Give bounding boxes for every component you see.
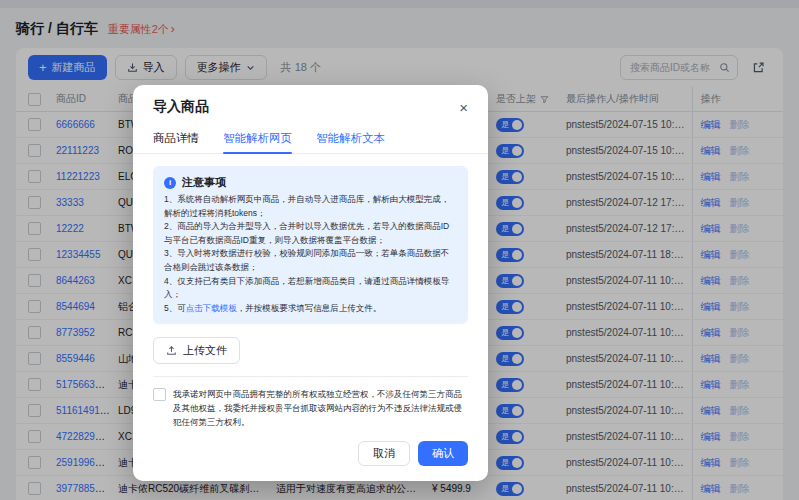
modal-divider	[153, 376, 468, 377]
tab-smart-parse-webpage[interactable]: 智能解析网页	[223, 125, 292, 153]
modal-footer: 取消 确认	[153, 441, 468, 466]
screen: 骑行 / 自行车 重要属性2个 › + 新建商品 导入 更多操作	[0, 0, 799, 500]
modal-title: 导入商品	[153, 98, 209, 116]
upload-file-button[interactable]: 上传文件	[153, 337, 240, 364]
notice-item: 2、商品的导入为合并型导入，合并时以导入数据优先，若导入的数据商品ID与平台已有…	[164, 220, 457, 247]
agreement-checkbox[interactable]	[153, 388, 166, 401]
agreement-row: 我承诺对网页中商品拥有完整的所有权或独立经营权，不涉及任何第三方商品及其他权益，…	[153, 387, 468, 429]
notice-item-5-suffix: ，并按模板要求填写信息后上传文件。	[237, 303, 382, 313]
notice-panel: i 注意事项 1、系统将自动解析网页中商品，并自动导入进商品库，解析由大模型完成…	[153, 166, 468, 324]
notice-item: 1、系统将自动解析网页中商品，并自动导入进商品库，解析由大模型完成，解析的过程将…	[164, 193, 457, 220]
notice-title: 注意事项	[182, 175, 226, 190]
notice-item-5-prefix: 5、可	[164, 303, 186, 313]
notice-item: 4、仅支持已有类目下添加商品，若想新增商品类目，请通过商品详情模板导入；	[164, 275, 457, 302]
download-template-link[interactable]: 点击下载模板	[186, 303, 237, 313]
notice-item-5: 5、可点击下载模板，并按模板要求填写信息后上传文件。	[164, 302, 457, 316]
info-icon: i	[164, 177, 176, 189]
modal-tabs: 商品详情 智能解析网页 智能解析文本	[133, 125, 488, 154]
notice-item: 3、导入时将对数据进行校验，校验规则同添加商品一致；若单条商品数据不合格则会跳过…	[164, 247, 457, 274]
upload-icon	[166, 345, 177, 356]
import-product-modal: 导入商品 × 商品详情 智能解析网页 智能解析文本 i 注意事项 1、系统将自动…	[133, 85, 488, 481]
cancel-button[interactable]: 取消	[358, 441, 410, 466]
confirm-button[interactable]: 确认	[418, 441, 468, 466]
close-icon[interactable]: ×	[459, 100, 468, 115]
tab-smart-parse-text[interactable]: 智能解析文本	[316, 125, 385, 153]
upload-label: 上传文件	[183, 343, 227, 358]
notice-list: 1、系统将自动解析网页中商品，并自动导入进商品库，解析由大模型完成，解析的过程将…	[164, 193, 457, 302]
tab-product-detail[interactable]: 商品详情	[153, 125, 199, 153]
agreement-text: 我承诺对网页中商品拥有完整的所有权或独立经营权，不涉及任何第三方商品及其他权益，…	[173, 387, 468, 429]
